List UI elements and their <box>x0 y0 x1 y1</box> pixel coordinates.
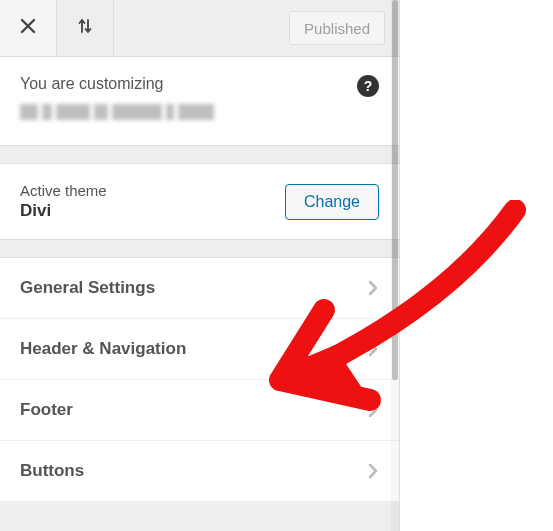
menu-item-buttons[interactable]: Buttons <box>0 441 399 502</box>
chevron-right-icon <box>367 279 379 297</box>
scrollbar-thumb[interactable] <box>392 0 398 380</box>
menu-item-header-navigation[interactable]: Header & Navigation <box>0 319 399 380</box>
sort-icon <box>76 17 94 39</box>
menu-label: Footer <box>20 400 73 420</box>
publish-button[interactable]: Published <box>289 11 385 45</box>
change-label: Change <box>304 193 360 210</box>
menu-list: General Settings Header & Navigation Foo… <box>0 258 399 502</box>
close-icon <box>20 18 36 38</box>
customizer-sidebar: Published ? You are customizing Active t… <box>0 0 400 531</box>
chevron-right-icon <box>367 340 379 358</box>
chevron-right-icon <box>367 401 379 419</box>
scrollbar-track <box>391 0 399 531</box>
chevron-right-icon <box>367 462 379 480</box>
help-icon: ? <box>364 78 373 94</box>
customizing-info: ? You are customizing <box>0 57 399 146</box>
close-button[interactable] <box>0 0 57 56</box>
publish-label: Published <box>304 20 370 37</box>
active-theme-name: Divi <box>20 201 107 221</box>
menu-label: Buttons <box>20 461 84 481</box>
controls-button[interactable] <box>57 0 114 56</box>
change-theme-button[interactable]: Change <box>285 184 379 220</box>
site-title-redacted <box>20 101 379 123</box>
top-bar: Published <box>0 0 399 57</box>
active-theme-block: Active theme Divi Change <box>0 164 399 240</box>
menu-item-footer[interactable]: Footer <box>0 380 399 441</box>
customizing-text: You are customizing <box>20 75 379 93</box>
menu-item-general-settings[interactable]: General Settings <box>0 258 399 319</box>
menu-label: Header & Navigation <box>20 339 186 359</box>
active-theme-label: Active theme <box>20 182 107 199</box>
menu-label: General Settings <box>20 278 155 298</box>
help-button[interactable]: ? <box>357 75 379 97</box>
